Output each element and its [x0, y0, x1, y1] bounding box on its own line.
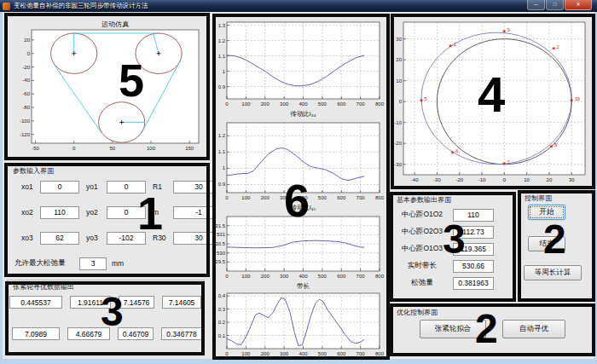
svg-text:700: 700	[356, 195, 366, 200]
xo1-field[interactable]	[40, 181, 79, 194]
ratio-i34-plot: 01002003004005006007008000.911.11.21.3传动…	[216, 18, 387, 118]
o2o3-field[interactable]	[453, 226, 494, 239]
svg-text:*: *	[420, 97, 423, 106]
svg-text:-120: -120	[20, 132, 31, 137]
svg-text:600: 600	[337, 274, 346, 279]
opt-control-panel-title: 优化控制界面	[397, 308, 594, 317]
svg-text:*: *	[503, 160, 507, 169]
control-panel: 控制界面 开始 结束 等周长计算	[519, 191, 595, 302]
svg-text:1.1: 1.1	[218, 54, 226, 59]
svg-text:300: 300	[280, 101, 289, 107]
svg-text:1.1: 1.1	[218, 149, 226, 154]
svg-text:200: 200	[261, 274, 270, 279]
o1o2-label: 中心距O1O2	[391, 210, 453, 220]
svg-text:200: 200	[261, 101, 270, 107]
output-row-o2o3: 中心距O2O3	[391, 225, 514, 239]
titlebar[interactable]: 变松弛量自补偿的非圆三轮同步带传动设计方法	[0, 0, 597, 12]
yo3-field[interactable]	[107, 232, 146, 245]
minimize-button[interactable]: ─	[527, 0, 545, 10]
svg-text:500: 500	[318, 351, 327, 356]
svg-text:500: 500	[318, 274, 327, 279]
svg-text:10: 10	[524, 177, 530, 182]
opt-data-field-8[interactable]	[161, 327, 202, 340]
svg-text:300: 300	[280, 351, 289, 356]
svg-text:0: 0	[225, 195, 229, 200]
curves-panel: 01002003004005006007008000.911.11.21.3传动…	[213, 14, 389, 360]
param-row-1: xo1 yo1 R1	[8, 180, 207, 194]
svg-text:*: *	[570, 97, 573, 106]
o1o3-label: 中心距O1O3	[391, 244, 453, 254]
svg-text:800: 800	[375, 101, 385, 107]
svg-text:-20: -20	[455, 177, 463, 182]
svg-text:9: 9	[507, 27, 510, 32]
svg-text:-100: -100	[20, 118, 31, 124]
opt-data-field-1[interactable]	[9, 296, 62, 309]
opt-data-field-6[interactable]	[67, 327, 110, 340]
xo3-label: xo3	[21, 234, 40, 242]
max-slack-unit: mm	[112, 259, 124, 268]
svg-text:*: *	[503, 28, 507, 37]
svg-text:500: 500	[318, 195, 327, 200]
svg-text:0: 0	[225, 274, 229, 279]
svg-text:0.3: 0.3	[218, 307, 226, 312]
max-slack-field[interactable]	[79, 257, 107, 270]
yo3-label: yo3	[86, 234, 107, 242]
svg-text:0: 0	[399, 99, 403, 104]
svg-text:-20: -20	[394, 141, 402, 146]
opt-data-field-2[interactable]	[70, 296, 111, 309]
svg-text:带长: 带长	[297, 282, 310, 290]
end-button[interactable]: 结束	[528, 236, 565, 251]
belt-length-field[interactable]	[453, 260, 494, 273]
opt-data-field-3[interactable]	[119, 296, 154, 309]
belt-length-label: 实时带长	[391, 261, 453, 271]
svg-text:50: 50	[109, 146, 115, 151]
svg-text:600: 600	[337, 101, 346, 107]
svg-text:30: 30	[569, 177, 575, 182]
equal-perimeter-button[interactable]: 等周长计算	[524, 265, 582, 280]
svg-text:20: 20	[547, 177, 553, 182]
svg-text:529.5: 529.5	[216, 259, 226, 264]
start-button[interactable]: 开始	[528, 205, 565, 220]
svg-text:0.4: 0.4	[218, 293, 226, 298]
close-button[interactable]: ✕	[565, 0, 592, 10]
svg-text:0: 0	[503, 177, 507, 182]
svg-text:8: 8	[554, 142, 557, 147]
svg-text:700: 700	[356, 101, 366, 107]
svg-text:531: 531	[217, 232, 226, 237]
svg-text:800: 800	[375, 351, 385, 356]
yo1-label: yo1	[86, 182, 107, 191]
param-row-2: xo2 yo2 m	[8, 205, 207, 219]
auto-optimize-button[interactable]: 自动寻优	[502, 320, 565, 338]
svg-text:400: 400	[298, 195, 308, 200]
svg-text:30: 30	[396, 37, 402, 42]
xo2-field[interactable]	[40, 206, 79, 219]
svg-text:20: 20	[396, 57, 402, 62]
opt-data-field-4[interactable]	[162, 296, 201, 309]
motion-simulation-plot: -50050100150200-20-40-60-80-100-120运动仿真	[9, 18, 206, 156]
opt-data-row-2	[8, 327, 204, 340]
svg-text:100: 100	[241, 351, 251, 356]
opt-data-field-5[interactable]	[12, 327, 60, 340]
slack-field[interactable]	[453, 277, 494, 290]
svg-text:-20: -20	[22, 65, 30, 70]
tensioner-fit-button[interactable]: 张紧轮拟合	[420, 320, 486, 338]
svg-text:0: 0	[27, 51, 31, 56]
yo2-field[interactable]	[107, 206, 146, 219]
belt-length-plot: 0100200300400500600700800529.5530530.553…	[216, 212, 387, 291]
o1o2-field[interactable]	[453, 209, 494, 222]
svg-text:-50: -50	[32, 146, 39, 151]
svg-text:1.2: 1.2	[218, 133, 226, 138]
svg-text:300: 300	[280, 195, 289, 200]
svg-text:1: 1	[223, 165, 226, 170]
output-row-slack: 松弛量	[391, 276, 514, 290]
svg-text:530.5: 530.5	[216, 241, 226, 246]
xo3-field[interactable]	[40, 232, 79, 245]
svg-text:100: 100	[241, 101, 251, 107]
maximize-button[interactable]: □	[546, 0, 564, 10]
o1o3-field[interactable]	[453, 243, 494, 256]
m-label: m	[153, 208, 173, 217]
opt-data-field-7[interactable]	[118, 327, 154, 340]
xo2-label: xo2	[21, 208, 40, 217]
svg-text:700: 700	[356, 351, 366, 356]
yo1-field[interactable]	[107, 181, 146, 194]
